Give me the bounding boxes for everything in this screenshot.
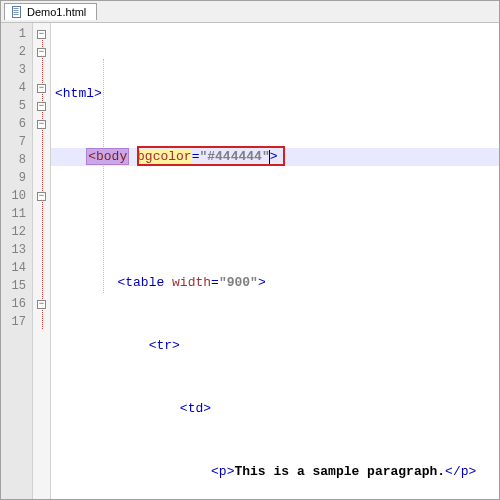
line-number: 12: [1, 223, 32, 241]
tab-filename: Demo1.html: [27, 6, 86, 18]
editor-window: Demo1.html 1234567891011121314151617 − −…: [0, 0, 500, 500]
code-line[interactable]: <td>: [51, 400, 499, 418]
line-number: 7: [1, 133, 32, 151]
code-line[interactable]: <p>This is a sample paragraph.</p>: [51, 463, 499, 481]
line-number: 4: [1, 79, 32, 97]
line-number: 5: [1, 97, 32, 115]
fold-toggle[interactable]: −: [37, 300, 46, 309]
line-number: 9: [1, 169, 32, 187]
line-number: 15: [1, 277, 32, 295]
code-line[interactable]: <tr>: [51, 337, 499, 355]
code-editor[interactable]: 1234567891011121314151617 − − − − − − − …: [1, 23, 499, 499]
code-line[interactable]: <table width="900">: [51, 274, 499, 292]
fold-toggle[interactable]: −: [37, 48, 46, 57]
fold-gutter: − − − − − − −: [33, 23, 51, 499]
line-number: 3: [1, 61, 32, 79]
fold-toggle[interactable]: −: [37, 120, 46, 129]
line-number: 17: [1, 313, 32, 331]
body-open-tag: <body: [86, 148, 129, 165]
line-number: 8: [1, 151, 32, 169]
line-number: 13: [1, 241, 32, 259]
file-icon: [11, 6, 23, 18]
line-number: 2: [1, 43, 32, 61]
line-number: 11: [1, 205, 32, 223]
file-tab[interactable]: Demo1.html: [4, 3, 97, 20]
line-number: 16: [1, 295, 32, 313]
line-number: 6: [1, 115, 32, 133]
line-number: 1: [1, 25, 32, 43]
fold-toggle[interactable]: −: [37, 102, 46, 111]
tab-bar: Demo1.html: [1, 1, 499, 23]
fold-toggle[interactable]: −: [37, 192, 46, 201]
code-line[interactable]: [51, 211, 499, 229]
fold-toggle[interactable]: −: [37, 30, 46, 39]
code-area[interactable]: <html> <body bgcolor="#444444"> <table w…: [51, 23, 499, 499]
code-line[interactable]: <body bgcolor="#444444">: [51, 148, 499, 166]
line-number: 10: [1, 187, 32, 205]
line-number-gutter: 1234567891011121314151617: [1, 23, 33, 499]
attr-bgcolor: bgcolor: [137, 149, 192, 164]
line-number: 14: [1, 259, 32, 277]
fold-toggle[interactable]: −: [37, 84, 46, 93]
code-line[interactable]: <html>: [51, 85, 499, 103]
